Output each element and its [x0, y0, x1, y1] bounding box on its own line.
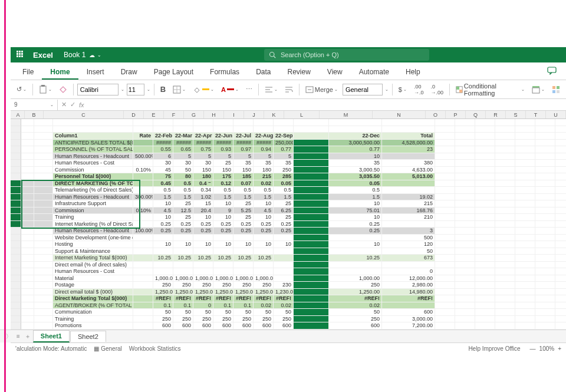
cell[interactable]: 3,000.00	[382, 316, 435, 323]
cell[interactable]: 0.65	[173, 146, 193, 153]
cell[interactable]	[294, 126, 329, 133]
cell[interactable]: 22-Mar	[173, 133, 193, 140]
cell[interactable]: 30	[153, 160, 173, 167]
cell[interactable]: 5	[213, 153, 233, 160]
decimal-increase-button[interactable]: .0→.00	[428, 83, 446, 97]
cell[interactable]: 0.25	[153, 221, 173, 228]
cell[interactable]: 180	[254, 167, 274, 174]
cell[interactable]: 3	[382, 228, 435, 235]
cell[interactable]	[329, 248, 382, 255]
cell[interactable]	[294, 207, 329, 215]
cell[interactable]	[133, 187, 153, 194]
currency-button[interactable]: $⌄	[396, 85, 409, 94]
cell[interactable]: Postage	[53, 282, 133, 289]
cell[interactable]: 10	[329, 214, 382, 221]
cell[interactable]: Column1	[53, 133, 133, 140]
cell[interactable]: 0.07	[233, 180, 254, 187]
cell[interactable]: 175	[213, 173, 233, 180]
cell[interactable]: 500	[382, 235, 435, 242]
cell[interactable]: 0.77	[329, 146, 382, 153]
cell[interactable]	[294, 309, 329, 316]
cell[interactable]	[382, 302, 435, 309]
cell[interactable]: 50	[173, 309, 193, 316]
menu-home[interactable]: Home	[42, 64, 78, 80]
row-header[interactable]	[11, 235, 21, 242]
cell[interactable]: 0.25	[193, 221, 213, 228]
cell[interactable]: 10	[213, 214, 233, 221]
row-header[interactable]	[11, 262, 21, 269]
cell[interactable]: 1.5	[213, 194, 233, 201]
row-header[interactable]	[11, 133, 21, 140]
cell[interactable]: 150	[233, 167, 254, 174]
cell[interactable]	[294, 160, 329, 167]
cell[interactable]: 4,528,000.00	[382, 140, 435, 147]
col-header[interactable]: A	[12, 111, 25, 118]
cell[interactable]: 22-Jun	[213, 133, 233, 140]
cell[interactable]: #REF!	[213, 295, 233, 302]
cell[interactable]: Promotions	[53, 322, 133, 330]
cell[interactable]: 22-Feb	[153, 133, 173, 140]
cell[interactable]: #####	[173, 140, 193, 147]
general-status-icon[interactable]: ▦ General	[94, 345, 121, 352]
menu-review[interactable]: Review	[279, 64, 318, 80]
cell[interactable]: 22-Apr	[193, 133, 213, 140]
format-table-button[interactable]: ⌄	[529, 84, 547, 95]
cell[interactable]	[294, 133, 329, 140]
cell[interactable]: 1,250.00	[213, 289, 233, 296]
cell[interactable]	[294, 295, 329, 302]
search-box[interactable]: Search (Option + Q)	[264, 49, 429, 61]
cell[interactable]: 5,013.00	[382, 173, 435, 180]
cell[interactable]	[133, 221, 153, 228]
cell[interactable]: 6.25	[274, 207, 294, 215]
cell[interactable]	[382, 153, 435, 160]
cell[interactable]: 600	[173, 322, 193, 330]
cell[interactable]	[274, 248, 294, 255]
cell[interactable]	[294, 289, 329, 296]
col-header[interactable]: P	[446, 111, 466, 118]
cell[interactable]	[233, 262, 254, 269]
cell[interactable]: 3,000,500.00	[329, 140, 382, 147]
borders-button[interactable]: ⌄	[170, 84, 188, 95]
row-header[interactable]	[11, 309, 21, 316]
cell[interactable]: 1.5	[153, 194, 173, 201]
row-header[interactable]	[11, 295, 21, 302]
cell[interactable]: 25	[173, 214, 193, 221]
formula-input[interactable]	[88, 100, 566, 110]
cell[interactable]	[133, 214, 153, 221]
cell[interactable]: 250	[173, 316, 193, 323]
cell[interactable]: ANTICIPATED SALES TOTAL $(000)	[53, 140, 133, 147]
cell[interactable]: Direct Marketing Total $(000)	[53, 295, 133, 302]
cell[interactable]: 250	[233, 282, 254, 289]
cell[interactable]	[233, 119, 254, 126]
cell[interactable]	[294, 241, 329, 248]
cell[interactable]: 1,000.00	[254, 275, 274, 282]
cell[interactable]	[213, 248, 233, 255]
help-improve-link[interactable]: Help Improve Office	[468, 345, 520, 352]
cell[interactable]	[133, 126, 153, 133]
row-header[interactable]	[11, 255, 21, 262]
col-header[interactable]: U	[546, 111, 566, 118]
cell[interactable]: 0.97	[233, 146, 254, 153]
cell[interactable]: Human Resources - Headcount	[53, 194, 133, 201]
cell[interactable]	[294, 221, 329, 228]
cell[interactable]	[294, 187, 329, 194]
cell[interactable]	[254, 248, 274, 255]
cell[interactable]: 2,980.00	[382, 282, 435, 289]
cell[interactable]	[254, 126, 274, 133]
cell[interactable]: 30	[193, 160, 213, 167]
cell[interactable]	[133, 255, 153, 262]
cell[interactable]	[382, 221, 435, 228]
cell[interactable]: 0.02	[254, 180, 274, 187]
cell[interactable]: 4,633.00	[382, 167, 435, 174]
cell[interactable]: DIRECT MARKETING (% OF TOTAL SALES)	[53, 180, 133, 187]
row-header[interactable]	[11, 180, 21, 187]
cell[interactable]	[274, 126, 294, 133]
sheet-tab-2[interactable]: Sheet2	[70, 331, 106, 342]
format-painter-button[interactable]	[57, 84, 70, 95]
cell[interactable]: 250	[153, 316, 173, 323]
row-header[interactable]	[11, 322, 21, 330]
cell[interactable]: Website Development (one-time cost)	[53, 235, 133, 242]
cell[interactable]: 1,250.00	[173, 289, 193, 296]
cell[interactable]	[193, 126, 213, 133]
cell[interactable]: 1,000.00	[153, 275, 173, 282]
